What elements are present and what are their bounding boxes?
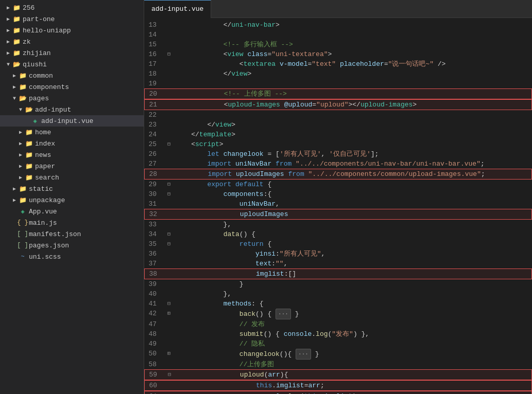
fold-btn[interactable] [165,269,174,279]
fold-btn[interactable] [165,159,173,169]
chevron-icon: ▼ [10,96,19,101]
file-icon: ~ [19,253,27,261]
code-line-31: 31 uniNavBar, [144,199,532,209]
fold-btn[interactable]: ⊟ [165,229,173,239]
sidebar-item-static[interactable]: ▶ 📁 static [0,183,144,194]
code-line-41: 41 ⊟ methods: { [144,299,532,309]
fold-btn[interactable] [165,59,173,69]
sidebar-item-label: news [35,151,51,159]
sidebar-item-main-js[interactable]: { } main.js [0,217,144,228]
sidebar-item-search[interactable]: ▶ 📁 search [0,172,144,183]
code-line-25: 25 ⊟ <script> [144,139,532,149]
sidebar-item-256[interactable]: ▶ 📁 256 [0,2,144,13]
code-content: yinsi:"所有人可见", [173,249,532,259]
sidebar-item-label: unpackage [29,196,65,204]
fold-btn[interactable]: ⊟ [165,49,173,59]
fold-btn[interactable] [165,199,173,209]
fold-btn[interactable] [165,89,174,99]
fold-btn[interactable]: ⊞ [165,349,173,359]
fold-btn[interactable] [165,209,174,219]
tab-add-input-vue[interactable]: add-input.vue [144,0,211,18]
code-line-18: 18 </view> [144,69,532,79]
fold-btn[interactable] [165,100,174,110]
collapsed-code[interactable]: ··· [276,309,291,319]
fold-btn[interactable] [165,130,173,139]
fold-btn[interactable]: ⊞ [165,309,173,318]
line-number: 34 [144,229,165,239]
sidebar-item-news[interactable]: ▶ 📁 news [0,149,144,160]
fold-btn[interactable] [165,20,173,30]
sidebar-item-paper[interactable]: ▶ 📁 paper [0,160,144,172]
sidebar-item-add-input[interactable]: ▼ 📂 add-input [0,104,144,115]
sidebar-item-hello-uniapp[interactable]: ▶ 📁 hello-uniapp [0,25,144,36]
sidebar-item-add-input-vue[interactable]: ◈ add-input.vue [0,115,144,127]
fold-btn[interactable] [165,220,173,229]
line-number: 40 [144,289,165,299]
sidebar-item-pages-json[interactable]: [ ] pages.json [0,240,144,251]
code-line-19: 19 [144,79,532,88]
fold-btn[interactable]: ⊟ [165,299,173,309]
folder-icon: 📁 [12,15,21,23]
code-content: let changelook = ['所有人可见', '仅自己可见']; [173,149,532,159]
code-content: // 隐私 [173,339,532,349]
fold-btn[interactable] [165,120,173,130]
code-line-26: 26 let changelook = ['所有人可见', '仅自己可见']; [144,149,532,159]
sidebar-item-zhijian[interactable]: ▶ 📁 zhijian [0,47,144,59]
code-line-42: 42 ⊞ back() { ··· } [144,309,532,319]
fold-btn[interactable] [165,279,173,289]
chevron-icon: ▶ [4,5,12,11]
fold-btn[interactable] [165,69,173,79]
sidebar-item-home[interactable]: ▶ 📁 home [0,127,144,138]
sidebar-item-index[interactable]: ▶ 📁 index [0,138,144,149]
fold-btn[interactable] [165,169,174,179]
sidebar-item-components[interactable]: ▶ 📁 components [0,81,144,93]
code-line-35: 35 ⊟ return { [144,239,532,249]
sidebar-item-part-one[interactable]: ▶ 📁 part-one [0,13,144,25]
folder-icon: 📁 [19,196,27,204]
line-number: 21 [145,100,165,110]
sidebar-item-label: pages.json [29,242,69,249]
fold-btn[interactable]: ⊟ [165,189,173,199]
fold-btn[interactable]: ⊟ [165,139,173,149]
fold-btn[interactable] [165,289,173,299]
line-number: 23 [144,120,165,130]
folder-icon: 📁 [25,162,33,170]
sidebar-item-zk[interactable]: ▶ 📁 zk [0,36,144,47]
sidebar-item-label: manifest.json [29,230,81,238]
code-line-32: 32 uploudImages [144,209,532,220]
collapsed-code[interactable]: ··· [296,349,311,360]
fold-btn[interactable] [165,110,173,120]
file-vue-icon: ◈ [31,117,39,125]
line-number: 26 [144,149,165,159]
fold-btn[interactable] [165,79,173,88]
fold-btn[interactable] [165,249,173,259]
fold-btn[interactable] [165,329,173,339]
fold-btn[interactable] [165,339,173,349]
fold-btn[interactable] [165,319,173,329]
line-number: 42 [144,309,165,318]
sidebar-item-uni-scss[interactable]: ~ uni.scss [0,251,144,262]
sidebar-item-pages[interactable]: ▼ 📂 pages [0,93,144,104]
editor: add-input.vue 13 </uni-nav-bar> 14 15 <!… [144,0,532,394]
sidebar-item-qiushi[interactable]: ▼ 📂 qiushi [0,59,144,70]
fold-btn[interactable] [165,30,173,40]
sidebar-item-unpackage[interactable]: ▶ 📁 unpackage [0,194,144,206]
fold-btn[interactable]: ⊟ [165,180,173,189]
fold-btn[interactable]: ⊟ [165,370,174,380]
fold-btn[interactable]: ⊟ [165,239,173,249]
fold-btn[interactable] [165,381,174,390]
sidebar-item-app-vue[interactable]: ◈ App.vue [0,206,144,217]
fold-btn[interactable] [165,360,173,369]
code-content: </template> [173,130,532,139]
sidebar-item-common[interactable]: ▶ 📁 common [0,70,144,81]
fold-btn[interactable] [165,391,174,394]
code-area[interactable]: 13 </uni-nav-bar> 14 15 <!-- 多行输入框 --> 1… [144,18,532,394]
code-line-16: 16 ⊟ <view class="uni-textarea"> [144,49,532,59]
fold-btn[interactable] [165,259,173,268]
sidebar-item-manifest-json[interactable]: [ ] manifest.json [0,228,144,240]
code-content: uniNavBar, [173,199,532,209]
fold-btn[interactable] [165,149,173,159]
code-line-22: 22 [144,110,532,120]
fold-btn[interactable] [165,40,173,49]
code-content: </uni-nav-bar> [173,20,532,30]
